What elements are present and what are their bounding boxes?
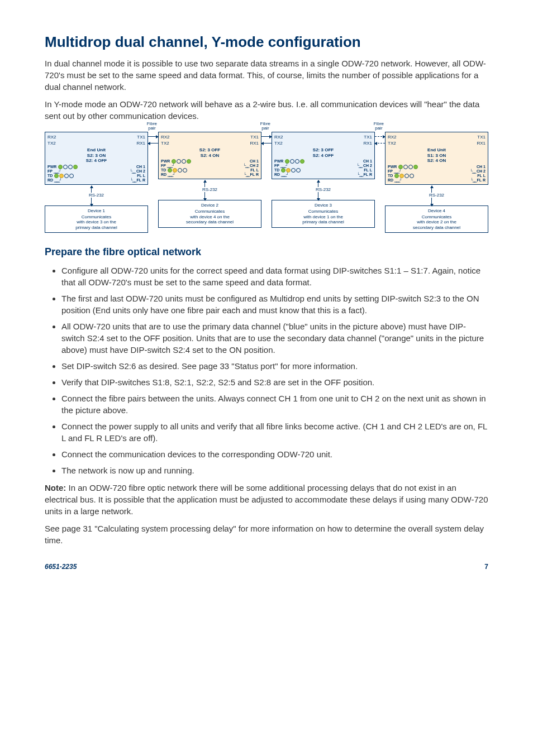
led-indicator-icon [398, 165, 403, 169]
led-panel: PWRCH 1FP ⎯⎯⎯┘└⎯⎯ CH 2TDFL LRD ⎯⎯⎯┘└⎯⎯ F… [388, 165, 486, 183]
fibre-pair-label: Fibre pair [374, 122, 384, 131]
led-indicator-icon [404, 174, 409, 178]
closing-paragraph: See page 31 "Calculating system processi… [45, 523, 488, 546]
intro-paragraph-2: In Y-mode mode an ODW-720 network will b… [45, 98, 488, 122]
port-label: TX2 [47, 141, 56, 146]
led-indicator-icon [182, 159, 186, 164]
device-desc-line: with device 1 on the [274, 214, 373, 220]
led-label: FL L [477, 174, 486, 178]
device-title: Device 3 [274, 203, 373, 208]
diagram-column: Fibre pairRX2TX1TX2RX1S2: 3 OFFS2: 4 ONP… [158, 132, 261, 233]
fibre-link-arrow [375, 143, 385, 143]
port-label: RX2 [161, 135, 170, 140]
led-label: FP ⎯⎯⎯┘ [161, 164, 174, 168]
port-label: RX1 [250, 141, 259, 146]
led-panel: PWRCH 1FP ⎯⎯⎯┘└⎯⎯ CH 2TDFL LRD ⎯⎯⎯┘└⎯⎯ F… [274, 159, 372, 177]
device-box: Device 4Communicateswith device 2 on the… [385, 205, 488, 233]
led-row: RD ⎯⎯⎯┘└⎯⎯ FL R [161, 173, 259, 177]
led-indicator-icon [73, 165, 78, 169]
led-indicator-icon [177, 159, 181, 164]
led-indicator-icon [413, 165, 418, 169]
dip-config: End UnitS2: 3 ONS2: 4 OFF [47, 147, 145, 164]
instruction-item: The network is now up and running. [61, 465, 488, 476]
port-row: TX2RX1 [388, 140, 486, 146]
diagram-column: Fibre pairRX2TX1TX2RX1S2: 3 OFFS2: 4 OFF… [272, 132, 375, 233]
dip-config: End UnitS1: 3 ONS2: 4 ON [388, 147, 486, 164]
odw-unit: RX2TX1TX2RX1S2: 3 OFFS2: 4 OFFPWRCH 1FP … [272, 132, 375, 179]
fibre-pair-label: Fibre pair [260, 122, 270, 131]
instruction-item: Set DIP-switch S2:6 as desired. See page… [61, 360, 488, 372]
led-label: RD ⎯⎯⎯┘ [388, 178, 402, 183]
led-label: └⎯⎯ CH 2 [130, 169, 145, 174]
led-panel: PWRCH 1FP ⎯⎯⎯┘└⎯⎯ CH 2TDFL LRD ⎯⎯⎯┘└⎯⎯ F… [47, 165, 145, 183]
port-label: TX1 [137, 135, 145, 140]
led-row: RD ⎯⎯⎯┘└⎯⎯ FL R [388, 178, 486, 183]
port-label: RX1 [363, 141, 372, 146]
led-label: └⎯⎯ FL R [470, 178, 486, 183]
led-indicator-icon [285, 159, 289, 164]
odw-unit: RX2TX1TX2RX1S2: 3 OFFS2: 4 ONPWRCH 1FP ⎯… [158, 132, 261, 179]
led-indicator-icon [410, 174, 414, 178]
led-indicator-icon [58, 165, 63, 169]
footer-doc-number: 6651-2235 [45, 563, 77, 571]
led-indicator-icon [178, 168, 182, 173]
device-box: Device 2Communicateswith device 4 on the… [158, 200, 261, 227]
rs232-link: RS-232 [385, 193, 488, 198]
led-panel: PWRCH 1FP ⎯⎯⎯┘└⎯⎯ CH 2TDFL LRD ⎯⎯⎯┘└⎯⎯ F… [161, 159, 259, 177]
fibre-link-arrow [261, 136, 272, 137]
led-indicator-icon [296, 168, 301, 173]
led-label: └⎯⎯ CH 2 [470, 169, 486, 174]
fibre-link-arrow [148, 143, 158, 143]
led-label: RD ⎯⎯⎯┘ [47, 178, 61, 183]
rs232-link: RS-232 [158, 187, 261, 192]
device-desc-line: primary data channel [47, 225, 146, 231]
port-label: TX2 [274, 141, 283, 146]
port-label: RX1 [477, 141, 486, 146]
led-label: TD [388, 174, 393, 178]
device-desc-line: Communicates [274, 209, 373, 214]
instruction-item: Connect the power supply to all units an… [61, 420, 488, 444]
led-label: └⎯⎯ CH 2 [243, 164, 259, 168]
device-desc-line: Communicates [387, 214, 486, 220]
page-footer: 6651-2235 7 [45, 563, 488, 571]
device-desc-line: primary data channel [274, 219, 373, 225]
port-row: RX2TX1 [47, 134, 145, 140]
led-indicator-icon [291, 168, 296, 173]
port-row: RX2TX1 [274, 134, 372, 140]
port-row: TX2RX1 [274, 140, 372, 146]
port-label: RX1 [136, 141, 145, 146]
device-desc-line: Communicates [47, 214, 146, 220]
instruction-item: Connect the communication devices to the… [61, 448, 488, 460]
diagram-column: RX2TX1TX2RX1End UnitS1: 3 ONS2: 4 ONPWRC… [385, 132, 488, 233]
led-indicator-icon [399, 174, 404, 178]
led-row: FP ⎯⎯⎯┘└⎯⎯ CH 2 [47, 169, 145, 174]
led-label: PWR [47, 165, 56, 169]
port-row: TX2RX1 [47, 140, 145, 146]
led-label: └⎯⎯ FL R [357, 173, 372, 177]
page-title: Multidrop dual channel, Y-mode configura… [45, 34, 488, 51]
led-label: CH 1 [136, 165, 145, 169]
led-label: TD [47, 174, 53, 178]
port-label: TX1 [364, 135, 372, 140]
led-indicator-icon [64, 174, 69, 178]
led-label: FL L [137, 174, 145, 178]
led-indicator-icon [68, 165, 73, 169]
fibre-link-arrow [148, 136, 158, 137]
led-row: FP ⎯⎯⎯┘└⎯⎯ CH 2 [274, 164, 372, 168]
led-row: TDFL L [47, 174, 145, 178]
note-label: Note: [45, 483, 66, 492]
led-label: PWR [388, 165, 397, 169]
led-indicator-icon [172, 159, 176, 164]
device-desc-line: secondary data channel [387, 225, 486, 231]
device-box: Device 3Communicateswith device 1 on the… [272, 200, 375, 227]
device-desc-line: secondary data channel [160, 219, 259, 225]
dip-config: S2: 3 OFFS2: 4 ON [161, 147, 259, 158]
led-indicator-icon [187, 159, 191, 164]
device-desc-line: with device 3 on the [47, 219, 146, 225]
port-label: RX2 [274, 135, 283, 140]
led-indicator-icon [290, 159, 294, 164]
led-label: └⎯⎯ FL R [244, 173, 259, 177]
device-desc-line: with device 2 on the [387, 219, 486, 225]
led-indicator-icon [63, 165, 68, 169]
footer-page-number: 7 [484, 563, 488, 571]
